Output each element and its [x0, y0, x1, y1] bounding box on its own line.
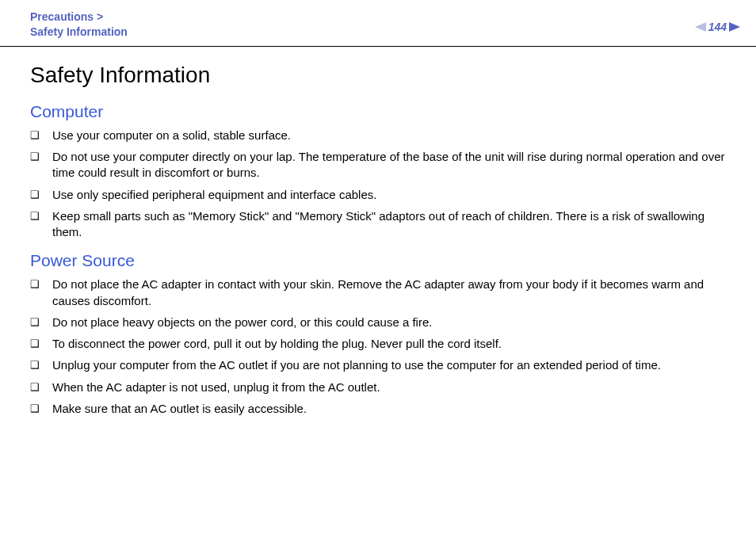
bullet-icon: ❑ — [30, 336, 52, 351]
bullet-icon: ❑ — [30, 357, 52, 372]
list-item: ❑When the AC adapter is not used, unplug… — [30, 380, 726, 395]
page-number: 144 — [708, 21, 727, 33]
bullet-icon: ❑ — [30, 187, 52, 202]
page-title: Safety Information — [30, 63, 726, 88]
list-item: ❑To disconnect the power cord, pull it o… — [30, 336, 726, 352]
list-item-text: When the AC adapter is not used, unplug … — [52, 380, 726, 395]
list-item-text: Unplug your computer from the AC outlet … — [52, 357, 726, 373]
bullet-icon: ❑ — [30, 401, 52, 416]
list-item-text: Use only specified peripheral equipment … — [52, 187, 726, 203]
list-item-text: Do not use your computer directly on you… — [52, 149, 726, 181]
list-item: ❑Make sure that an AC outlet is easily a… — [30, 401, 726, 417]
list-item-text: Use your computer on a solid, stable sur… — [52, 128, 726, 143]
breadcrumb-current: Safety Information — [30, 25, 128, 40]
page-header: Precautions > Safety Information 144 — [0, 0, 756, 47]
page-nav: 144 — [695, 10, 740, 33]
section-heading-power-source: Power Source — [30, 251, 726, 270]
page-content: Safety Information Computer ❑Use your co… — [0, 47, 756, 417]
list-item: ❑Use your computer on a solid, stable su… — [30, 128, 726, 143]
bullet-icon: ❑ — [30, 380, 52, 395]
svg-marker-1 — [729, 22, 740, 32]
list-item: ❑Do not place the AC adapter in contact … — [30, 277, 726, 309]
prev-page-arrow-icon[interactable] — [695, 22, 706, 32]
breadcrumb-parent[interactable]: Precautions > — [30, 10, 128, 25]
list-item: ❑Unplug your computer from the AC outlet… — [30, 357, 726, 373]
list-item-text: Keep small parts such as "Memory Stick" … — [52, 208, 726, 241]
breadcrumb: Precautions > Safety Information — [30, 10, 128, 40]
list-item-text: Make sure that an AC outlet is easily ac… — [52, 401, 726, 417]
section-heading-computer: Computer — [30, 102, 726, 121]
svg-marker-0 — [695, 22, 706, 32]
bullet-icon: ❑ — [30, 149, 52, 164]
list-item: ❑Use only specified peripheral equipment… — [30, 187, 726, 203]
list-item: ❑Do not use your computer directly on yo… — [30, 149, 726, 181]
list-item-text: To disconnect the power cord, pull it ou… — [52, 336, 726, 352]
list-item-text: Do not place the AC adapter in contact w… — [52, 277, 726, 309]
next-page-arrow-icon[interactable] — [729, 22, 740, 32]
list-item: ❑Do not place heavy objects on the power… — [30, 315, 726, 330]
list-item-text: Do not place heavy objects on the power … — [52, 315, 726, 330]
power-source-list: ❑Do not place the AC adapter in contact … — [30, 277, 726, 417]
bullet-icon: ❑ — [30, 315, 52, 330]
list-item: ❑Keep small parts such as "Memory Stick"… — [30, 208, 726, 241]
bullet-icon: ❑ — [30, 277, 52, 292]
bullet-icon: ❑ — [30, 208, 52, 223]
bullet-icon: ❑ — [30, 128, 52, 143]
computer-list: ❑Use your computer on a solid, stable su… — [30, 128, 726, 241]
